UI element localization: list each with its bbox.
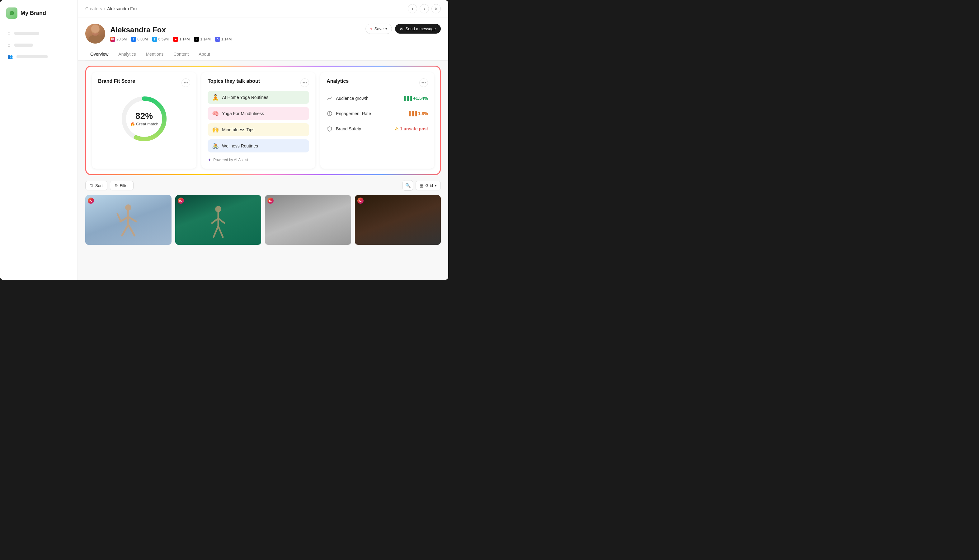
image-card-4[interactable]: IG <box>355 195 441 245</box>
send-message-button[interactable]: ✉ Send a message <box>395 24 441 33</box>
sidebar: My Brand ⌂ ⌕ 👥 <box>0 0 78 280</box>
filter-icon: ⚙ <box>115 183 118 188</box>
stat-discord: D 1.14M <box>215 37 232 42</box>
tab-content[interactable]: Content <box>169 48 194 60</box>
brand-safety-label: Brand Safety <box>336 126 361 131</box>
svg-point-2 <box>91 25 99 33</box>
toolbar-left: ⇅ Sort ⚙ Filter <box>85 181 134 190</box>
profile-section: Aleksandra Fox IG 20.5M f 8.08M <box>78 17 448 61</box>
topics-menu-button[interactable]: ••• <box>301 78 309 87</box>
instagram-badge-2: IG <box>178 198 184 204</box>
image-card-inner-3: IG <box>265 195 351 245</box>
brand-fit-title: Brand Fit Score <box>98 78 135 84</box>
analytics-item-brand-safety: Brand Safety ⚠ 1 unsafe post <box>327 121 428 136</box>
analytics-card: Analytics ••• <box>320 72 434 168</box>
profile-info: Aleksandra Fox IG 20.5M f 8.08M <box>85 23 232 43</box>
image-card-2[interactable]: IG <box>175 195 261 245</box>
filter-button[interactable]: ⚙ Filter <box>110 181 134 190</box>
image-card-3[interactable]: IG <box>265 195 351 245</box>
svg-point-9 <box>215 206 221 212</box>
users-icon: 👥 <box>7 54 13 59</box>
image-grid: IG IG <box>85 195 441 245</box>
next-button[interactable]: › <box>419 4 429 13</box>
toolbar-row: ⇅ Sort ⚙ Filter 🔍 ▦ Grid ▾ <box>85 180 441 191</box>
engagement-rate-icon <box>327 110 333 117</box>
nav-label-placeholder <box>17 55 48 58</box>
breadcrumb-parent[interactable]: Creators <box>85 6 102 11</box>
grid-label: Grid <box>425 183 433 188</box>
sort-button[interactable]: ⇅ Sort <box>85 181 107 190</box>
svg-point-1 <box>89 35 102 43</box>
main-content: Creators › Aleksandra Fox ‹ › ✕ <box>78 0 448 280</box>
brand-fit-menu-button[interactable]: ••• <box>182 78 190 87</box>
donut-label: 🔥 Great match <box>130 122 159 126</box>
brand-safety-icon <box>327 126 333 132</box>
home-icon: ⌂ <box>7 30 11 36</box>
prev-button[interactable]: ‹ <box>408 4 417 13</box>
topic-label-yoga-routines: At Home Yoga Routines <box>222 95 268 100</box>
toolbar-right: 🔍 ▦ Grid ▾ <box>403 180 441 191</box>
breadcrumb-separator: › <box>104 6 105 11</box>
instagram-icon: IG <box>110 37 115 42</box>
ai-sparkle-icon: ✦ <box>208 157 211 162</box>
donut-percent: 82% <box>130 111 159 121</box>
image-card-1[interactable]: IG <box>85 195 172 245</box>
brand-name: My Brand <box>20 10 46 17</box>
audience-growth-label: Audience growth <box>336 96 368 101</box>
header-actions: ‹ › ✕ <box>408 4 441 13</box>
analytics-item-left-safety: Brand Safety <box>327 126 361 132</box>
donut-chart: 82% 🔥 Great match <box>98 91 190 147</box>
topic-label-wellness: Wellness Routines <box>222 143 258 148</box>
topic-chip-wellness: 🚴 Wellness Routines <box>208 139 309 152</box>
sidebar-brand: My Brand <box>0 5 77 25</box>
topics-title: Topics they talk about <box>208 78 260 84</box>
tab-overview[interactable]: Overview <box>85 48 113 60</box>
tab-about[interactable]: About <box>194 48 215 60</box>
sidebar-item-search[interactable]: ⌕ <box>4 39 74 51</box>
topic-emoji-brain: 🧠 <box>212 110 219 117</box>
instagram-value: 20.5M <box>117 37 127 42</box>
twitter-icon: T <box>152 37 157 42</box>
topic-label-yoga-mindfulness: Yoga For Mindfulness <box>222 111 264 116</box>
topics-card: Topics they talk about ••• 🧘 At Home Yog… <box>201 72 315 168</box>
topic-chip-mindfulness-tips: 🙌 Mindfulness Tips <box>208 123 309 136</box>
avatar <box>85 23 105 43</box>
app-window: My Brand ⌂ ⌕ 👥 Creators › Aleksandra Fox <box>0 0 448 280</box>
sidebar-item-home[interactable]: ⌂ <box>4 27 74 39</box>
youtube-icon: ▶ <box>173 37 178 42</box>
orange-bar-icon: ▐▐▐ <box>408 111 417 116</box>
sidebar-nav: ⌂ ⌕ 👥 <box>0 25 77 65</box>
image-card-inner-1: IG <box>85 195 172 245</box>
analytics-menu-button[interactable]: ••• <box>419 78 428 87</box>
brand-safety-value: ⚠ 1 unsafe post <box>395 126 428 131</box>
facebook-icon: f <box>131 37 136 42</box>
search-button[interactable]: 🔍 <box>403 180 413 191</box>
stat-youtube: ▶ 1.14M <box>173 37 190 42</box>
engagement-rate-number: 1.8% <box>418 111 428 116</box>
grid-button[interactable]: ▦ Grid ▾ <box>416 181 441 190</box>
sidebar-item-users[interactable]: 👥 <box>4 51 74 62</box>
brand-fit-header: Brand Fit Score ••• <box>98 78 190 87</box>
bottom-section: Brand Fit Score ••• <box>78 61 448 280</box>
audience-growth-value: ▐▐▐ +1.54% <box>403 96 428 101</box>
nav-label-placeholder <box>14 32 39 35</box>
topic-emoji-bike: 🚴 <box>212 142 219 149</box>
topic-emoji-yoga: 🧘 <box>212 94 219 101</box>
close-button[interactable]: ✕ <box>431 4 441 13</box>
twitter-value: 6.59M <box>159 37 169 42</box>
tab-mentions[interactable]: Mentions <box>141 48 169 60</box>
header-bar: Creators › Aleksandra Fox ‹ › ✕ <box>78 0 448 17</box>
audience-growth-icon <box>327 95 333 102</box>
brand-safety-number: 1 unsafe post <box>400 126 428 131</box>
profile-details: Aleksandra Fox IG 20.5M f 8.08M <box>110 25 232 42</box>
ai-powered: ✦ Powered by AI Assist <box>208 157 309 162</box>
discord-value: 1.14M <box>221 37 232 42</box>
tab-analytics[interactable]: Analytics <box>113 48 141 60</box>
instagram-badge-1: IG <box>88 198 94 204</box>
donut-center: 82% 🔥 Great match <box>130 111 159 127</box>
analytics-list: Audience growth ▐▐▐ +1.54% <box>327 91 428 136</box>
profile-stats: IG 20.5M f 8.08M T 6.59M <box>110 37 232 42</box>
save-button[interactable]: ♥ Save ▾ <box>366 23 392 34</box>
analytics-title: Analytics <box>327 78 349 84</box>
analytics-header: Analytics ••• <box>327 78 428 87</box>
